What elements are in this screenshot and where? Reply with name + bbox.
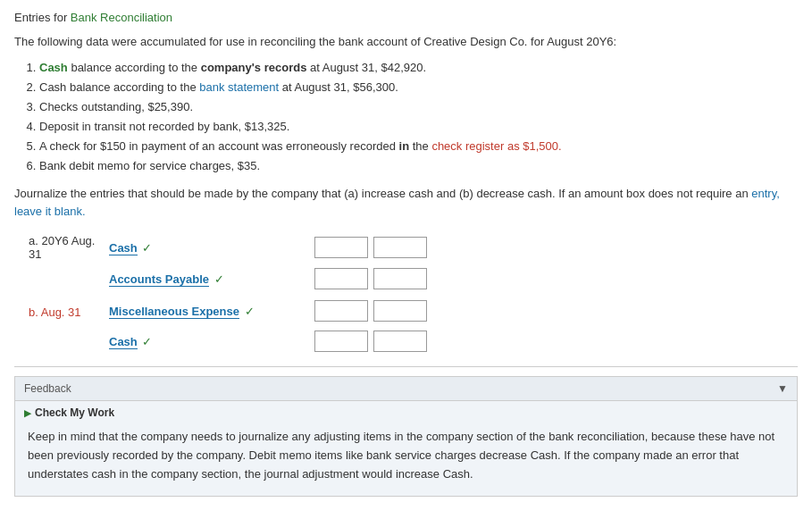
problem-list: Cash balance according to the company's …	[39, 58, 798, 177]
input-group-cash-a	[314, 237, 427, 258]
list-item-text: in	[399, 139, 410, 153]
check-mark-cash-a: ✓	[142, 241, 152, 255]
bank-reconciliation-link[interactable]: Bank Reconciliation	[71, 11, 172, 24]
section-b: b. Aug. 31 Miscellaneous Expense ✓ Cash …	[29, 298, 798, 354]
list-item-text: company's records	[201, 61, 307, 74]
section-a-label: a. 20Y6 Aug. 31	[29, 234, 109, 261]
section-b-label: b. Aug. 31	[29, 304, 109, 319]
cash-a-debit-input[interactable]	[314, 237, 368, 258]
feedback-triangle-icon: ▼	[777, 382, 788, 395]
entries-header: Entries for Bank Reconciliation	[14, 11, 798, 24]
ap-a-credit-input[interactable]	[373, 268, 427, 289]
input-group-ap-a	[314, 268, 427, 289]
list-item-text: Cash	[39, 61, 68, 74]
feedback-text: Keep in mind that the company needs to j…	[28, 430, 774, 481]
account-cash-a: Cash ✓	[109, 241, 306, 255]
journalize-text: Journalize the entries that should be ma…	[14, 185, 798, 220]
check-mark-cash-b: ✓	[142, 335, 152, 348]
check-mark-misc-b: ✓	[245, 305, 255, 318]
section-b-row-1: b. Aug. 31 Miscellaneous Expense ✓	[29, 298, 798, 323]
cash-b-debit-input[interactable]	[314, 331, 368, 352]
feedback-header: Feedback ▼	[15, 377, 797, 401]
list-item: Cash balance according to the bank state…	[39, 78, 798, 97]
list-item: A check for $150 in payment of an accoun…	[39, 137, 798, 156]
journal-sections-wrapper: a. 20Y6 Aug. 31 Cash ✓ Accounts Payable …	[14, 234, 798, 354]
list-item: Cash balance according to the company's …	[39, 58, 798, 78]
section-a-row-1: a. 20Y6 Aug. 31 Cash ✓	[29, 234, 798, 261]
check-my-work-label: Check My Work	[35, 406, 114, 419]
check-my-work-row[interactable]: ▶ Check My Work	[15, 401, 797, 423]
list-item: Deposit in transit not recorded by bank,…	[39, 117, 798, 137]
account-payable-a: Accounts Payable ✓	[109, 272, 306, 286]
list-item: Checks outstanding, $25,390.	[39, 97, 798, 117]
entries-prefix: Entries for	[14, 11, 71, 24]
intro-text: The following data were accumulated for …	[14, 33, 798, 51]
cash-a-link[interactable]: Cash	[109, 241, 138, 255]
misc-expense-link[interactable]: Miscellaneous Expense	[109, 305, 239, 319]
section-a-row-2: Accounts Payable ✓	[109, 266, 798, 291]
cash-b-link[interactable]: Cash	[109, 335, 138, 349]
check-mark-ap-a: ✓	[214, 272, 224, 286]
cash-a-credit-input[interactable]	[373, 237, 427, 258]
input-group-cash-b	[314, 331, 427, 352]
feedback-box: Feedback ▼ ▶ Check My Work Keep in mind …	[14, 376, 798, 497]
list-item: Bank debit memo for service charges, $35…	[39, 156, 798, 176]
misc-b-credit-input[interactable]	[373, 300, 427, 322]
section-b-row-2: Cash ✓	[109, 329, 798, 354]
journalize-link: entry, leave it blank.	[14, 187, 780, 218]
check-work-triangle-icon: ▶	[24, 408, 31, 418]
account-cash-b: Cash ✓	[109, 335, 306, 348]
accounts-payable-link[interactable]: Accounts Payable	[109, 272, 209, 287]
input-group-misc-b	[314, 300, 427, 322]
account-misc-b: Miscellaneous Expense ✓	[109, 305, 306, 318]
feedback-label: Feedback	[24, 382, 71, 395]
list-item-text: bank statement	[199, 80, 279, 94]
cash-b-credit-input[interactable]	[373, 331, 427, 352]
ap-a-debit-input[interactable]	[314, 268, 368, 289]
divider	[14, 366, 798, 367]
list-item-text: check register as $1,500.	[431, 139, 561, 153]
section-a: a. 20Y6 Aug. 31 Cash ✓ Accounts Payable …	[29, 234, 798, 291]
misc-b-debit-input[interactable]	[314, 300, 368, 322]
feedback-content: Keep in mind that the company needs to j…	[15, 423, 797, 496]
